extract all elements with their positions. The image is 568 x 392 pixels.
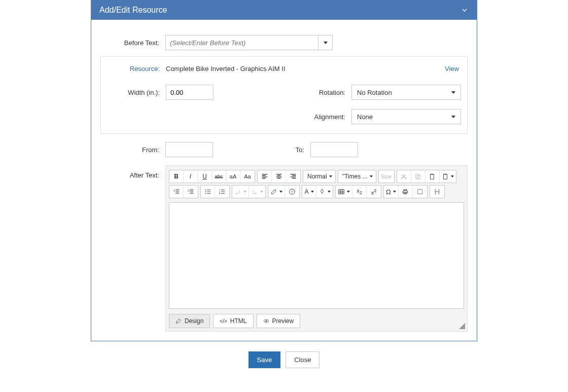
svg-point-10 (205, 193, 206, 194)
to-label: To: (290, 146, 310, 154)
copy-button[interactable] (411, 170, 425, 183)
eye-icon (263, 318, 269, 324)
before-text-input[interactable] (166, 35, 318, 50)
editor-toolbar: B I U abc aA Aa Normal (166, 166, 467, 199)
from-label: From: (100, 146, 165, 154)
to-input[interactable] (310, 142, 358, 157)
italic-button[interactable]: I (184, 170, 198, 183)
dropdown-arrow-icon (451, 91, 455, 94)
width-label: Width (in.): (101, 89, 166, 96)
close-button[interactable]: Close (286, 351, 320, 368)
resource-name: Complete Bike Inverted - Graphics AIM II (166, 65, 286, 73)
svg-text:?: ? (291, 190, 293, 194)
resource-label[interactable]: Resource: (101, 65, 166, 73)
indent-button[interactable] (184, 186, 198, 198)
strikethrough-button[interactable]: abc (212, 170, 226, 183)
modal-title: Add/Edit Resource (99, 6, 167, 15)
paragraph-format-select[interactable]: Normal (303, 170, 335, 183)
svg-point-14 (275, 189, 276, 191)
fullscreen-button[interactable] (413, 186, 427, 198)
rotation-label: Rotation: (311, 89, 351, 96)
special-char-button[interactable]: Ω (384, 186, 399, 198)
bullet-list-button[interactable] (201, 186, 215, 198)
svg-point-23 (265, 320, 267, 322)
svg-rect-21 (417, 190, 422, 194)
design-tab[interactable]: Design (169, 314, 210, 328)
subscript-button[interactable]: x2 (352, 186, 367, 198)
resource-panel: View Resource: Complete Bike Inverted - … (100, 56, 468, 134)
editor-mode-tabs: Design </> HTML Preview (166, 312, 467, 331)
font-color-button[interactable]: A (302, 186, 316, 198)
save-button[interactable]: Save (248, 351, 281, 368)
cut-button[interactable] (397, 170, 411, 183)
font-size-select[interactable]: Size (379, 170, 394, 183)
before-text-combo[interactable] (165, 35, 333, 50)
resize-handle[interactable] (459, 323, 465, 329)
paste-options-button[interactable] (440, 170, 456, 183)
bold-button[interactable]: B (169, 170, 184, 183)
modal-body: Before Text: View Resource: Complete Bik… (91, 20, 477, 341)
alignment-value: None (357, 113, 373, 121)
svg-point-8 (205, 190, 206, 191)
before-text-label: Before Text: (100, 39, 165, 47)
before-text-dropdown-arrow[interactable] (318, 35, 332, 50)
underline-button[interactable]: U (198, 170, 212, 183)
format-painter-button[interactable] (268, 186, 285, 198)
editor-content-area[interactable] (169, 202, 464, 309)
outdent-button[interactable] (169, 186, 184, 198)
svg-rect-6 (443, 174, 447, 180)
modal-header: Add/Edit Resource (91, 1, 477, 20)
after-text-label: After Text: (100, 165, 165, 179)
svg-rect-4 (431, 174, 434, 180)
print-button[interactable] (399, 186, 413, 198)
view-link[interactable]: View (445, 65, 459, 73)
alignment-select[interactable]: None (351, 109, 461, 124)
undo-button[interactable] (232, 186, 249, 198)
align-center-button[interactable] (272, 170, 286, 183)
align-right-button[interactable] (286, 170, 300, 183)
svg-rect-5 (431, 174, 433, 175)
dropdown-arrow-icon (451, 116, 455, 118)
font-family-select[interactable]: "Times ... (338, 170, 376, 183)
collapse-icon[interactable] (460, 6, 469, 14)
rich-text-editor: B I U abc aA Aa Normal (165, 165, 468, 332)
width-input[interactable] (166, 85, 214, 100)
add-edit-resource-modal: Add/Edit Resource Before Text: View Reso… (91, 0, 477, 341)
svg-rect-19 (404, 190, 407, 191)
pencil-icon (175, 318, 182, 324)
help-button[interactable]: ? (285, 186, 299, 198)
superscript-button[interactable]: x2 (367, 186, 381, 198)
svg-rect-7 (444, 174, 446, 175)
svg-point-9 (205, 191, 206, 192)
rotation-select[interactable]: No Rotation (351, 85, 461, 100)
html-tab[interactable]: </> HTML (213, 314, 253, 328)
modal-footer: Save Close (0, 341, 568, 378)
rotation-value: No Rotation (357, 89, 392, 96)
align-left-button[interactable] (258, 170, 272, 183)
code-icon: </> (220, 318, 227, 324)
number-list-button[interactable]: 123 (215, 186, 229, 198)
preview-tab[interactable]: Preview (257, 314, 301, 328)
redo-button[interactable] (249, 186, 265, 198)
svg-text:3: 3 (219, 192, 221, 195)
alignment-label: Alignment: (311, 113, 351, 121)
change-case-button[interactable]: Aa (240, 170, 255, 183)
clear-format-button[interactable]: aA (226, 170, 240, 183)
highlight-color-button[interactable] (316, 186, 333, 198)
page-break-button[interactable] (430, 186, 444, 198)
paste-button[interactable] (425, 170, 440, 183)
from-input[interactable] (165, 142, 213, 157)
insert-table-button[interactable] (336, 186, 352, 198)
svg-rect-17 (339, 190, 344, 194)
